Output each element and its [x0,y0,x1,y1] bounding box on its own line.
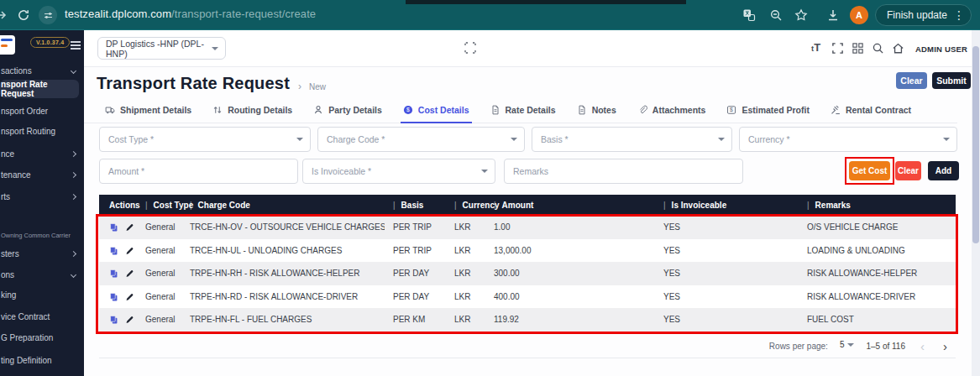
cost-type-field[interactable]: Cost Type * [99,127,311,152]
apps-grid-icon[interactable] [852,42,865,55]
sidebar-item-label: Owning Common Carrier [1,232,71,239]
home-icon[interactable] [892,42,905,55]
forward-icon[interactable] [0,8,8,22]
fullscreen-icon[interactable] [831,42,845,55]
previous-page-button[interactable]: ‹ [917,340,928,352]
copy-icon[interactable] [109,269,118,278]
breadcrumb-current: New [309,82,326,91]
sidebar-item-rts[interactable]: rts [0,190,84,203]
sidebar-item-nsport-routing[interactable]: nsport Routing [0,124,84,138]
sidebar-item-sters[interactable]: sters [0,247,84,260]
font-size-icon[interactable]: tT [811,41,820,54]
sidebar-item-label: king [1,290,16,300]
company-selector-value: DP Logistics -HNP (DPL-HNP) [106,39,225,59]
cell-amount: 300.00 [485,269,655,278]
rows-per-page-select[interactable]: 5 [840,340,855,349]
scrollbar-thumb[interactable] [972,46,979,243]
actions-cell [99,246,137,255]
kebab-menu-icon[interactable]: ⋮ [953,9,965,21]
copy-icon[interactable] [109,292,118,301]
sidebar-item-label: sactions [1,66,32,76]
sidebar-item-tenance[interactable]: tenance [0,168,84,181]
chevron-down-icon [71,271,76,277]
copy-icon[interactable] [109,315,118,324]
download-icon[interactable] [826,8,840,22]
sidebar-item-sactions[interactable]: sactions [0,64,84,77]
search-icon[interactable] [872,42,885,55]
charge-code-field[interactable]: Charge Code * [317,127,525,152]
sidebar-item-nce[interactable]: nce [0,147,84,160]
zoom-out-icon[interactable] [769,8,783,22]
scrollbar-track[interactable] [972,30,980,376]
cell-amount: 1.00 [485,222,655,232]
field-placeholder: Amount * [108,166,144,176]
tab-rental-contract[interactable]: Rental Contract [831,97,911,123]
sidebar-item-nsport-order[interactable]: nsport Order [0,104,84,118]
copy-icon[interactable] [109,222,118,232]
swap-icon [212,105,223,115]
cell-is_invoiceable: YES [655,315,799,324]
edit-icon[interactable] [125,315,134,324]
company-selector[interactable]: DP Logistics -HNP (DPL-HNP) [97,37,226,60]
add-button[interactable]: Add [928,161,959,180]
tab-attachments[interactable]: Attachments [637,97,706,123]
clear-button[interactable]: Clear [896,72,927,89]
sidebar-item-label: ting Definition [1,356,52,365]
tab-party-details[interactable]: Party Details [313,97,382,123]
browser-tab-strip [406,0,686,4]
browser-profile-avatar[interactable]: A [850,6,868,24]
basis-field[interactable]: Basis * [532,127,732,152]
paperclip-icon [637,105,647,115]
tab-notes[interactable]: Notes [577,97,616,123]
translate-icon[interactable] [742,8,756,22]
breadcrumb-separator: › [298,81,301,92]
url-host: testzealit.dplcom.com [65,8,171,20]
edit-icon[interactable] [125,246,134,255]
tab-estimated-profit[interactable]: $Estimated Profit [726,97,810,123]
edit-icon[interactable] [125,222,134,232]
sidebar: V.1.0.37.4 sactionsnsport Rate Requestns… [0,30,84,376]
tab-shipment-details[interactable]: Shipment Details [105,97,191,123]
edit-icon[interactable] [125,269,134,278]
tab-rate-details[interactable]: Rate Details [490,97,556,123]
column-header-charge-code: |Charge Code [181,201,385,210]
sidebar-item-label: nsport Routing [1,127,55,136]
reload-icon[interactable] [17,8,30,22]
file-icon [490,105,500,115]
star-icon[interactable] [794,8,808,22]
next-page-button[interactable]: › [940,340,951,352]
sidebar-item-ons[interactable]: ons [0,268,84,281]
sidebar-item-g-preparation[interactable]: G Preparation [0,331,84,344]
sidebar-item-nsport-rate-request[interactable]: nsport Rate Request [0,80,79,98]
currency-field[interactable]: Currency * [739,127,957,152]
hamburger-menu-icon[interactable] [71,41,81,51]
get-cost-button[interactable]: Get Cost [849,161,890,180]
chevron-down-icon [511,138,517,141]
sidebar-item-vice-contract[interactable]: vice Contract [0,310,84,323]
sidebar-item-label: nsport Rate Request [1,80,79,98]
focus-frame-icon[interactable] [464,41,477,55]
table-body: GeneralTRCE-HN-OV - OUTSOURCE VEHICLE CH… [99,216,956,332]
site-info-icon[interactable] [39,6,57,24]
copy-icon[interactable] [109,246,118,255]
finish-update-button[interactable]: Finish update ⋮ [875,4,972,26]
form-clear-button[interactable]: Clear [895,161,921,180]
remarks-field[interactable]: Remarks [504,159,743,184]
app-logo-fragment [0,35,15,55]
sidebar-item-king[interactable]: king [0,288,84,301]
edit-icon[interactable] [125,292,134,301]
sidebar-item-label: tenance [1,170,31,180]
is-invoiceable-field[interactable]: Is Invoiceable * [302,159,495,184]
submit-button[interactable]: Submit [932,72,971,89]
tab-cost-details[interactable]: $Cost Details [403,97,469,123]
tab-routing-details[interactable]: Routing Details [212,97,292,123]
sidebar-item-owning-common-carrier[interactable]: Owning Common Carrier [0,228,84,242]
address-bar[interactable]: testzealit.dplcom.com/transport-rate-req… [65,8,316,20]
amount-field[interactable]: Amount * [99,159,298,184]
sidebar-item-ting-definition[interactable]: ting Definition [0,353,84,367]
tab-label: Rate Details [506,105,556,115]
cell-cost_type: General [137,292,181,301]
rows-per-page-label: Rows per page: [769,342,828,351]
chevron-right-icon [71,193,76,199]
column-label: Is Invoiceable [672,201,727,210]
